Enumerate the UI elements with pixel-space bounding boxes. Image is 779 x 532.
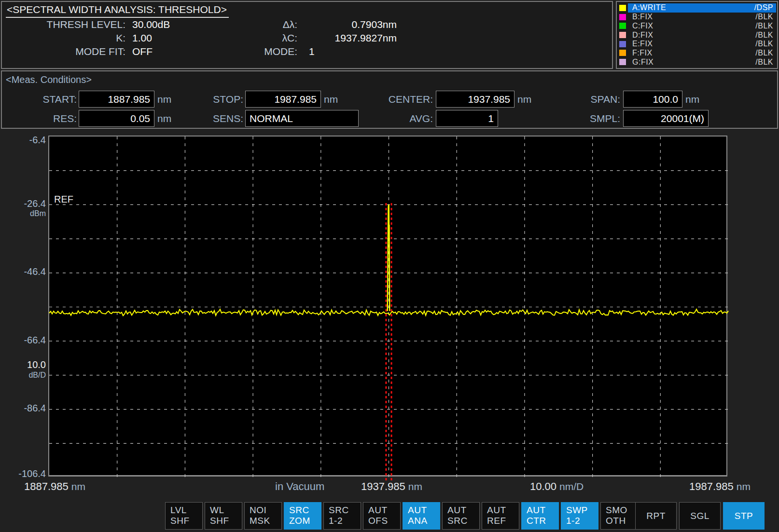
softkey-line2: SRC	[447, 516, 479, 526]
softkey-line2: SHF	[170, 516, 202, 526]
trace-a-mode: /DSP	[754, 3, 776, 12]
trace-a-swatch	[619, 5, 626, 11]
trace-e-swatch	[619, 41, 626, 47]
smpl-field[interactable]: 20001(M)	[623, 110, 709, 127]
trace-d-labels: D:FIX /BLK	[628, 30, 776, 40]
span-unit: nm	[685, 91, 699, 108]
trace-e-name: E:FIX	[628, 40, 653, 48]
trace-row-c[interactable]: C:FIX /BLK	[617, 21, 776, 30]
start-field[interactable]: 1887.985	[79, 91, 154, 108]
softkey-rpt[interactable]: RPT	[635, 502, 677, 530]
softkey-line1: AUT	[408, 505, 440, 516]
mode-fit-label: MODE FIT:	[6, 45, 125, 58]
trace-row-a[interactable]: A:WRITE /DSP	[617, 3, 776, 13]
trace-e-mode: /BLK	[755, 40, 776, 48]
x-scale-unit: nm/D	[559, 481, 584, 492]
softkey-line1: AUT	[527, 505, 558, 516]
x-axis-center-label: 1937.985nm	[361, 480, 422, 493]
trace-c-mode: /BLK	[755, 22, 776, 30]
spectrum-svg	[49, 136, 728, 477]
res-unit: nm	[157, 110, 171, 127]
center-field[interactable]: 1937.985	[436, 91, 515, 108]
sweep-key-bar: RPT SGL STP	[635, 502, 765, 530]
softkey-line1: AUT	[447, 505, 479, 516]
trace-d-name: D:FIX	[628, 31, 653, 40]
trace-row-f[interactable]: F:FIX /BLK	[617, 49, 776, 58]
sens-label: SENS:	[176, 110, 243, 127]
softkey-line1: SRC	[289, 505, 321, 516]
softkey-noi-msk[interactable]: NOIMSK	[244, 502, 282, 530]
stop-field[interactable]: 1987.985	[245, 91, 321, 108]
trace-f-name: F:FIX	[628, 49, 653, 57]
trace-row-b[interactable]: B:FIX /BLK	[617, 13, 776, 22]
center-label: CENTER:	[340, 91, 433, 108]
softkey-line2: 1-2	[566, 516, 598, 526]
softkey-src-zom[interactable]: SRCZOM	[284, 502, 321, 530]
y-scale-unit: dB/D	[0, 371, 46, 380]
mode-value: 1	[302, 45, 397, 58]
trace-row-g[interactable]: G:FIX /BLK	[617, 57, 776, 67]
trace-g-mode: /BLK	[755, 58, 776, 67]
softkey-aut-src[interactable]: AUTSRC	[442, 502, 480, 530]
softkey-aut-ref[interactable]: AUTREF	[482, 502, 519, 530]
y-tick-1: -26.4	[0, 198, 46, 209]
softkey-wl-shf[interactable]: WLSHF	[205, 502, 242, 530]
analysis-row: THRESH LEVEL: 30.00dB Δλ: 0.7903nm	[2, 18, 612, 31]
trace-e-labels: E:FIX /BLK	[628, 40, 776, 49]
avg-field[interactable]: 1	[436, 110, 498, 127]
vacuum-label: in Vacuum	[275, 480, 324, 493]
y-tick-2: -46.4	[0, 266, 46, 277]
softkey-line1: SMO	[606, 505, 638, 516]
trace-b-mode: /BLK	[755, 13, 776, 21]
thresh-level-label: THRESH LEVEL:	[6, 18, 125, 31]
softkey-line2: MSK	[250, 516, 281, 526]
x-scale-value: 10.00	[530, 480, 556, 492]
trace-f-mode: /BLK	[755, 49, 776, 57]
x-center-value: 1937.985	[361, 480, 405, 492]
spectrum-plot-area	[48, 136, 727, 477]
softkey-stp[interactable]: STP	[723, 502, 765, 530]
stop-label: STOP:	[176, 91, 243, 108]
softkey-line1: SRC	[329, 505, 361, 516]
trace-g-labels: G:FIX /BLK	[628, 57, 776, 67]
trace-c-labels: C:FIX /BLK	[628, 21, 776, 30]
softkey-aut-ana[interactable]: AUTANA	[403, 502, 440, 530]
softkey-src-1-2[interactable]: SRC1-2	[323, 502, 361, 530]
trace-g-swatch	[619, 59, 626, 65]
trace-c-name: C:FIX	[628, 22, 653, 30]
y-tick-3: -66.4	[0, 335, 46, 345]
smpl-label: SMPL:	[543, 110, 620, 127]
ref-level-label: REF	[54, 194, 73, 205]
softkey-sgl[interactable]: SGL	[679, 502, 721, 530]
softkey-line2: CTR	[527, 516, 558, 526]
softkey-lvl-shf[interactable]: LVLSHF	[165, 502, 203, 530]
meas-conditions-title: <Meas. Conditions>	[6, 74, 92, 85]
res-field[interactable]: 0.05	[79, 110, 154, 127]
softkey-line2: OTH	[606, 516, 638, 526]
softkey-line2: OFS	[368, 516, 400, 526]
softkey-smo-oth[interactable]: SMOOTH	[600, 502, 638, 530]
trace-f-swatch	[619, 50, 626, 56]
softkey-swp-1-2[interactable]: SWP1-2	[561, 502, 598, 530]
k-label: K:	[6, 31, 125, 45]
analysis-title: <SPECTRAL WIDTH ANALYSIS: THRESHOLD>	[6, 4, 229, 18]
trace-b-labels: B:FIX /BLK	[628, 13, 776, 22]
thresh-level-value: 30.00dB	[132, 18, 170, 31]
span-field[interactable]: 100.0	[623, 91, 682, 108]
x-axis-scale-label: 10.00nm/D	[530, 480, 584, 493]
avg-label: AVG:	[340, 110, 433, 127]
softkey-line2: SHF	[210, 516, 242, 526]
softkey-aut-ctr[interactable]: AUTCTR	[521, 502, 559, 530]
softkey-line1: AUT	[368, 505, 400, 516]
x-axis-start-label: 1887.985nm	[24, 480, 85, 493]
trace-row-e[interactable]: E:FIX /BLK	[617, 40, 776, 49]
softkey-line2: ANA	[408, 516, 440, 526]
x-start-unit: nm	[71, 481, 85, 492]
softkey-line1: SWP	[566, 505, 598, 516]
softkey-aut-ofs[interactable]: AUTOFS	[363, 502, 401, 530]
delta-lambda-value: 0.7903nm	[302, 18, 397, 31]
trace-row-d[interactable]: D:FIX /BLK	[617, 30, 776, 40]
trace-c-swatch	[619, 23, 626, 29]
trace-a-name: A:WRITE	[628, 3, 666, 12]
osa-screen: { "analysis": { "title": "<SPECTRAL WIDT…	[0, 0, 779, 532]
